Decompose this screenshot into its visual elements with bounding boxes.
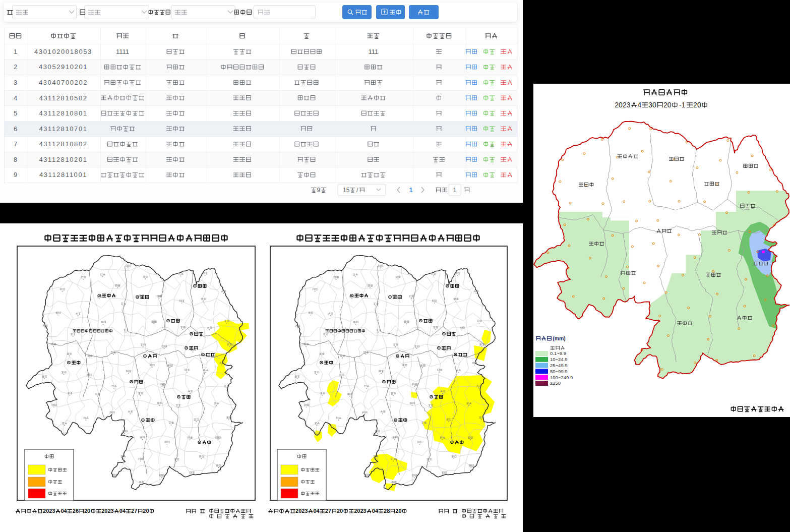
svg-text:30: 30: [648, 101, 656, 109]
svg-text:20: 20: [663, 101, 672, 109]
svg-text:25~49.9: 25~49.9: [550, 363, 568, 368]
svg-text:2023: 2023: [615, 101, 630, 109]
svg-text:(mm): (mm): [553, 335, 566, 341]
svg-text:50~99.9: 50~99.9: [550, 369, 568, 374]
svg-text:-1: -1: [679, 101, 686, 109]
svg-text:0.1~9.9: 0.1~9.9: [550, 350, 566, 356]
svg-text:≥250: ≥250: [550, 380, 561, 386]
svg-text:100~249.9: 100~249.9: [550, 375, 573, 380]
svg-text:10~24.9: 10~24.9: [550, 357, 568, 362]
svg-text:20: 20: [693, 101, 701, 109]
svg-text:4: 4: [638, 101, 642, 109]
